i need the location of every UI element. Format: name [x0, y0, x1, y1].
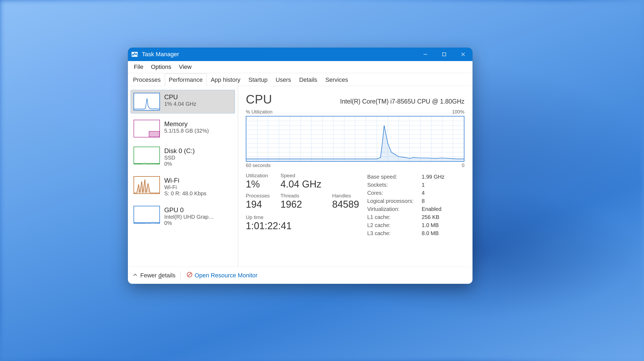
menubar: File Options View: [128, 61, 472, 73]
menu-options[interactable]: Options: [147, 62, 175, 72]
open-resource-monitor-link[interactable]: Open Resource Monitor: [187, 272, 258, 279]
svg-rect-3: [443, 53, 446, 56]
sidebar-item-sub2: S: 0 R: 48.0 Kbps: [164, 190, 233, 197]
stat-label: Processes: [246, 193, 270, 199]
uptime-label: Up time: [246, 214, 359, 220]
chevron-up-icon: [133, 272, 138, 279]
stat-label: Sockets:: [367, 182, 414, 188]
stat-value: 4: [422, 190, 444, 196]
titlebar[interactable]: Task Manager: [128, 48, 472, 61]
minimize-button[interactable]: [416, 48, 435, 61]
stat-value: 4.04 GHz: [281, 179, 321, 190]
stat-label: Base speed:: [367, 174, 414, 180]
task-manager-app-icon: [131, 51, 138, 58]
stat-value: 194: [246, 199, 270, 210]
sidebar-item-title: Disk 0 (C:): [164, 147, 233, 155]
tab-processes[interactable]: Processes: [129, 73, 165, 86]
footer-separator: [180, 272, 181, 279]
tab-startup[interactable]: Startup: [244, 73, 272, 86]
sidebar-item-sub2: 0%: [164, 161, 233, 167]
sidebar-item-sub: Intel(R) UHD Grap…: [164, 214, 233, 220]
stat-value: 8: [422, 198, 444, 204]
sidebar-item-title: Wi-Fi: [164, 177, 233, 184]
sidebar-item-title: GPU 0: [164, 206, 233, 214]
svg-line-36: [188, 273, 191, 276]
sidebar-item-cpu[interactable]: CPU 1% 4.04 GHz: [131, 90, 235, 114]
cpu-utilization-chart[interactable]: [246, 116, 464, 162]
sidebar-item-sub: SSD: [164, 155, 233, 161]
stat-value: 1.99 GHz: [422, 174, 444, 180]
performance-sidebar: CPU 1% 4.04 GHz Memory 5.1/15.8 GB (32%): [128, 86, 238, 267]
sidebar-item-memory[interactable]: Memory 5.1/15.8 GB (32%): [131, 117, 235, 140]
tab-users[interactable]: Users: [272, 73, 295, 86]
tab-app-history[interactable]: App history: [207, 73, 244, 86]
content-area: CPU 1% 4.04 GHz Memory 5.1/15.8 GB (32%): [128, 86, 472, 267]
thumb-wifi-icon: [134, 176, 160, 194]
fewer-details-button[interactable]: Fewer detailsFewer details: [133, 272, 176, 279]
stat-label: Logical processors:: [367, 198, 414, 204]
sidebar-item-gpu0[interactable]: GPU 0 Intel(R) UHD Grap… 0%: [131, 203, 235, 229]
stat-value: 1: [422, 182, 444, 188]
sidebar-item-title: CPU: [164, 93, 233, 101]
window-title: Task Manager: [142, 51, 179, 58]
tab-services[interactable]: Services: [321, 73, 352, 86]
stat-value: 8.0 MB: [422, 230, 444, 236]
sidebar-item-title: Memory: [164, 120, 233, 128]
open-resource-monitor-label: Open Resource Monitor: [195, 272, 258, 279]
tab-performance[interactable]: Performance: [165, 73, 207, 86]
cpu-detail-pane: CPU Intel(R) Core(TM) i7-8565U CPU @ 1.8…: [238, 86, 472, 267]
window-controls: [416, 48, 472, 61]
sidebar-item-sub: 1% 4.04 GHz: [164, 101, 233, 107]
stat-value: Enabled: [422, 206, 444, 212]
stat-value: 1962: [281, 199, 321, 210]
stat-value: 256 KB: [422, 214, 444, 220]
cpu-model-label: Intel(R) Core(TM) i7-8565U CPU @ 1.80GHz: [340, 98, 464, 105]
cpu-stats-primary: Utilization1% Speed4.04 GHz Processes194…: [246, 173, 359, 236]
stat-label: L1 cache:: [367, 214, 414, 220]
resource-monitor-icon: [187, 272, 192, 279]
thumb-memory-icon: [134, 120, 160, 137]
stat-label: Speed: [281, 173, 321, 179]
menu-file[interactable]: File: [130, 62, 147, 72]
chart-top-left-label: % Utilization: [246, 109, 272, 115]
fewer-details-label: Fewer detailsFewer details: [140, 272, 176, 279]
uptime-value: 1:01:22:41: [246, 220, 359, 231]
chart-top-right-label: 100%: [452, 109, 464, 115]
sidebar-item-wifi[interactable]: Wi-Fi Wi-Fi S: 0 R: 48.0 Kbps: [131, 173, 235, 200]
stat-label: Utilization: [246, 173, 270, 179]
sidebar-item-sub: Wi-Fi: [164, 184, 233, 190]
stat-label: Handles: [332, 193, 359, 199]
detail-heading: CPU: [246, 92, 272, 107]
chart-bottom-right-label: 0: [462, 163, 464, 168]
thumb-disk-icon: [134, 147, 160, 164]
thumb-cpu-icon: [134, 93, 160, 111]
thumb-gpu-icon: [134, 206, 160, 224]
cpu-stats-secondary: Base speed:1.99 GHz Sockets:1 Cores:4 Lo…: [367, 173, 444, 236]
tabbar: Processes Performance App history Startu…: [128, 73, 472, 86]
footer: Fewer detailsFewer details Open Resource…: [128, 267, 472, 284]
chart-bottom-left-label: 60 seconds: [246, 163, 271, 168]
maximize-button[interactable]: [435, 48, 454, 61]
stat-value: 1.0 MB: [422, 222, 444, 228]
stat-label: Threads: [281, 193, 321, 199]
task-manager-window: Task Manager File Options View Processes…: [128, 48, 472, 284]
sidebar-item-sub: 5.1/15.8 GB (32%): [164, 128, 233, 134]
stat-label: L2 cache:: [367, 222, 414, 228]
sidebar-item-sub2: 0%: [164, 220, 233, 226]
stat-value: 84589: [332, 199, 359, 210]
stat-label: L3 cache:: [367, 230, 414, 236]
menu-view[interactable]: View: [175, 62, 195, 72]
sidebar-item-disk0[interactable]: Disk 0 (C:) SSD 0%: [131, 144, 235, 170]
stat-label: Cores:: [367, 190, 414, 196]
svg-rect-6: [149, 131, 159, 137]
tab-details[interactable]: Details: [295, 73, 321, 86]
stat-value: 1%: [246, 179, 270, 190]
stat-label: Virtualization:: [367, 206, 414, 212]
close-button[interactable]: [454, 48, 472, 61]
